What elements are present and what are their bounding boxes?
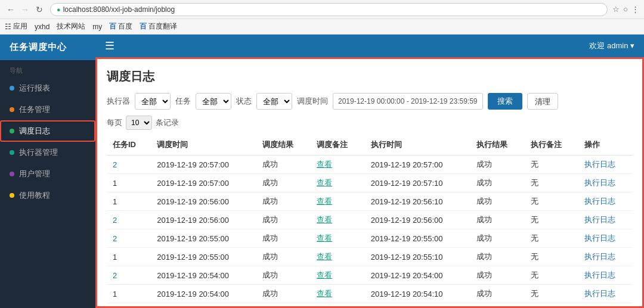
sidebar-nav-label: 导航 xyxy=(0,60,95,77)
status-select[interactable]: 全部 xyxy=(256,93,292,110)
schedule-result-cell: 成功 xyxy=(256,285,311,303)
schedule-note-link[interactable]: 查看 xyxy=(317,234,332,242)
star-icon[interactable]: ☆ xyxy=(612,5,620,14)
hamburger-icon[interactable]: ☰ xyxy=(105,39,114,52)
menu-icon[interactable]: ⋮ xyxy=(631,5,639,14)
schedule-note-link[interactable]: 查看 xyxy=(317,270,332,279)
exec-note-cell: 无 xyxy=(525,174,579,192)
bookmark-apps[interactable]: ☷ 应用 xyxy=(5,21,27,32)
exec-result-cell: 成功 xyxy=(470,211,525,229)
sidebar-item-exec-manage[interactable]: 执行器管理 xyxy=(0,142,95,163)
col-exec-result: 执行结果 xyxy=(470,135,525,155)
exec-result-cell: 成功 xyxy=(470,192,525,211)
per-page-select[interactable]: 10 20 50 xyxy=(126,116,152,130)
search-button[interactable]: 搜索 xyxy=(488,93,522,110)
sidebar-item-label-job-manage: 任务管理 xyxy=(19,104,50,115)
exec-log-link[interactable]: 执行日志 xyxy=(584,160,615,169)
schedule-result-cell: 成功 xyxy=(256,155,311,174)
bookmark-tech[interactable]: 技术网站 xyxy=(57,21,85,32)
schedule-note-link[interactable]: 查看 xyxy=(317,197,332,206)
col-exec-note: 执行备注 xyxy=(525,135,579,155)
executor-select[interactable]: 全部 xyxy=(135,93,171,110)
task-select[interactable]: 全部 xyxy=(196,93,231,110)
schedule-result-cell: 成功 xyxy=(256,229,311,248)
sidebar-item-run-report[interactable]: 运行报表 xyxy=(0,77,95,99)
reload-button[interactable]: ↻ xyxy=(33,4,45,15)
filter-bar: 执行器 全部 任务 全部 状态 全部 调度时间 2019-12-19 00:00… xyxy=(107,93,633,110)
browser-nav-buttons: ← → ↻ xyxy=(5,4,45,15)
per-page-suffix: 条记录 xyxy=(156,117,179,128)
exec-result-cell: 成功 xyxy=(470,303,525,309)
schedule-note-link[interactable]: 查看 xyxy=(317,178,332,187)
schedule-note-link[interactable]: 查看 xyxy=(317,160,332,169)
table-row: 22019-12-19 20:54:00成功查看2019-12-19 20:54… xyxy=(107,266,633,285)
bookmark-baidu[interactable]: 百 百度 xyxy=(109,21,132,32)
schedule-result-cell: 成功 xyxy=(256,174,311,192)
exec-note-cell: 无 xyxy=(525,248,579,266)
back-button[interactable]: ← xyxy=(5,4,17,15)
schedule-note-link[interactable]: 查看 xyxy=(317,289,332,298)
exec-result-cell: 成功 xyxy=(470,174,525,192)
bookmark-translate[interactable]: 百 百度翻译 xyxy=(140,21,177,32)
col-schedule-note: 调度备注 xyxy=(311,135,365,155)
app-container: 任务调度中心 导航 运行报表 任务管理 调度日志 执行器管理 用户管理 使用教程 xyxy=(0,35,644,308)
col-schedule-time: 调度时间 xyxy=(151,135,256,155)
exec-time-cell: 2019-12-19 20:55:00 xyxy=(365,229,470,248)
task-id-link[interactable]: 2 xyxy=(113,216,117,225)
clear-button[interactable]: 清理 xyxy=(527,93,558,110)
exec-log-link[interactable]: 执行日志 xyxy=(584,252,615,261)
exec-result-cell: 成功 xyxy=(470,229,525,248)
table-row: 12019-12-19 20:54:00成功查看2019-12-19 20:54… xyxy=(107,285,633,303)
task-id-link[interactable]: 2 xyxy=(113,160,117,169)
bookmark-my[interactable]: my xyxy=(92,23,102,31)
url-text: localhost:8080/xxl-job-admin/joblog xyxy=(63,5,175,14)
forward-button[interactable]: → xyxy=(19,4,31,15)
task-id-link[interactable]: 2 xyxy=(113,234,117,243)
translate-icon: 百 xyxy=(140,21,147,32)
status-label: 状态 xyxy=(236,96,252,107)
exec-log-link[interactable]: 执行日志 xyxy=(584,289,615,298)
schedule-note-link[interactable]: 查看 xyxy=(317,215,332,224)
task-id-cell: 1 xyxy=(107,192,151,211)
sidebar-item-user-manage[interactable]: 用户管理 xyxy=(0,163,95,185)
schedule-result-cell: 成功 xyxy=(256,266,311,285)
schedule-time-cell: 2019-12-19 20:54:00 xyxy=(151,266,256,285)
task-label: 任务 xyxy=(175,96,191,107)
col-task-id: 任务ID xyxy=(107,135,151,155)
use-tutorial-dot xyxy=(10,193,14,198)
schedule-time-cell: 2019-12-19 20:56:00 xyxy=(151,192,256,211)
sidebar-item-job-manage[interactable]: 任务管理 xyxy=(0,99,95,120)
exec-note-cell: 无 xyxy=(525,192,579,211)
table-row: 12019-12-19 20:55:00成功查看2019-12-19 20:55… xyxy=(107,248,633,266)
table-row: 12019-12-19 20:56:00成功查看2019-12-19 20:56… xyxy=(107,192,633,211)
exec-log-link[interactable]: 执行日志 xyxy=(584,234,615,242)
exec-note-cell: 无 xyxy=(525,229,579,248)
bookmark-yxhd[interactable]: yxhd xyxy=(35,23,49,31)
table-row: 22019-12-19 20:56:00成功查看2019-12-19 20:56… xyxy=(107,211,633,229)
task-id-cell: 1 xyxy=(107,248,151,266)
schedule-result-cell: 成功 xyxy=(256,211,311,229)
account-icon[interactable]: ○ xyxy=(623,5,628,14)
col-schedule-result: 调度结果 xyxy=(256,135,311,155)
exec-log-link[interactable]: 执行日志 xyxy=(584,215,615,224)
table-row: 22019-12-19 20:53:00成功查看2019-12-19 20:53… xyxy=(107,303,633,309)
table-row: 12019-12-19 20:57:00成功查看2019-12-19 20:57… xyxy=(107,174,633,192)
col-exec-time: 执行时间 xyxy=(365,135,470,155)
sidebar-item-use-tutorial[interactable]: 使用教程 xyxy=(0,185,95,206)
page-title: 调度日志 xyxy=(107,69,633,85)
exec-log-link[interactable]: 执行日志 xyxy=(584,197,615,206)
task-id-link[interactable]: 2 xyxy=(113,271,117,280)
exec-log-link[interactable]: 执行日志 xyxy=(584,178,615,187)
executor-label: 执行器 xyxy=(107,96,130,107)
exec-manage-dot xyxy=(10,150,14,155)
schedule-note-link[interactable]: 查看 xyxy=(317,252,332,261)
exec-log-link[interactable]: 执行日志 xyxy=(584,270,615,279)
schedule-time-cell: 2019-12-19 20:55:00 xyxy=(151,248,256,266)
time-range-input[interactable]: 2019-12-19 00:00:00 - 2019-12-19 23:59:5… xyxy=(333,93,483,110)
schedule-time-cell: 2019-12-19 20:56:00 xyxy=(151,211,256,229)
schedule-log-dot xyxy=(10,129,14,133)
address-bar[interactable]: ● localhost:8080/xxl-job-admin/joblog xyxy=(50,3,608,16)
sidebar-item-schedule-log[interactable]: 调度日志 xyxy=(0,120,95,142)
header-user[interactable]: 欢迎 admin ▾ xyxy=(589,41,634,51)
exec-time-cell: 2019-12-19 20:56:00 xyxy=(365,211,470,229)
